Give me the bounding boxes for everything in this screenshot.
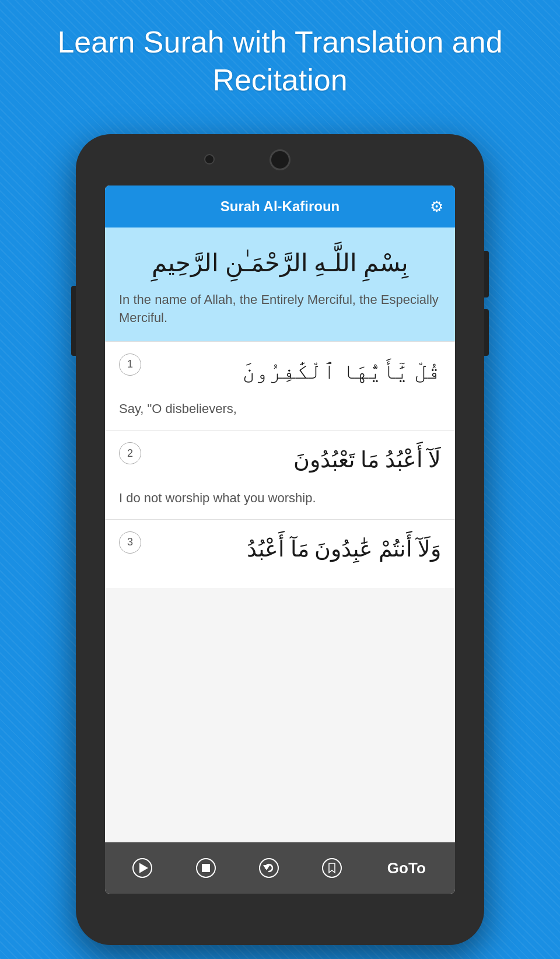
verse-arabic-3: وَلَآ أَنتُمْ عَٰبِدُونَ مَآ أَعْبُدُ xyxy=(119,531,441,576)
bismillah-section: بِسْمِ اللَّـهِ الرَّحْمَـٰنِ الرَّحِيمِ… xyxy=(105,228,455,341)
hero-title: Learn Surah with Translation and Recitat… xyxy=(0,23,560,99)
phone-frame: Surah Al-Kafiroun ⚙ بِسْمِ اللَّـهِ الرَ… xyxy=(76,134,484,945)
verse-arabic-1: قُلْ يَٰٓأَيُّهَا ٱلْكَٰفِرُونَ xyxy=(119,354,441,398)
volume-down-button xyxy=(484,309,489,356)
svg-point-4 xyxy=(260,859,278,877)
svg-point-6 xyxy=(323,859,341,877)
stop-button[interactable] xyxy=(188,850,223,886)
goto-button[interactable]: GoTo xyxy=(378,855,435,882)
verse-translation-2: I do not worship what you worship. xyxy=(119,487,441,508)
settings-icon[interactable]: ⚙ xyxy=(430,198,443,216)
phone-screen: Surah Al-Kafiroun ⚙ بِسْمِ اللَّـهِ الرَ… xyxy=(105,186,455,894)
verse-number-3: 3 xyxy=(119,531,141,554)
verse-section-2: 2 لَآ أَعْبُدُ مَا تَعْبُدُونَ I do not … xyxy=(105,430,455,519)
bismillah-translation: In the name of Allah, the Entirely Merci… xyxy=(119,291,441,327)
replay-button[interactable] xyxy=(251,850,286,886)
verse-translation-1: Say, "O disbelievers, xyxy=(119,398,441,418)
verse-section-3: 3 وَلَآ أَنتُمْ عَٰبِدُونَ مَآ أَعْبُدُ xyxy=(105,519,455,588)
svg-marker-5 xyxy=(264,866,269,869)
verse-section-1: 1 قُلْ يَٰٓأَيُّهَا ٱلْكَٰفِرُونَ Say, "… xyxy=(105,341,455,430)
phone-speaker xyxy=(204,154,215,164)
bismillah-arabic: بِسْمِ اللَّـهِ الرَّحْمَـٰنِ الرَّحِيمِ xyxy=(119,245,441,282)
verse-number-2: 2 xyxy=(119,442,141,464)
verse-arabic-2: لَآ أَعْبُدُ مَا تَعْبُدُونَ xyxy=(119,442,441,487)
svg-marker-1 xyxy=(140,864,147,872)
volume-up-button xyxy=(484,251,489,298)
bottom-nav: GoTo xyxy=(105,842,455,894)
app-toolbar: Surah Al-Kafiroun ⚙ xyxy=(105,186,455,228)
bookmark-button[interactable] xyxy=(314,850,349,886)
verse-number-1: 1 xyxy=(119,354,141,376)
phone-camera xyxy=(270,149,290,170)
power-button xyxy=(71,286,76,356)
svg-rect-3 xyxy=(202,864,209,872)
toolbar-title: Surah Al-Kafiroun xyxy=(220,198,340,215)
play-button[interactable] xyxy=(125,850,160,886)
